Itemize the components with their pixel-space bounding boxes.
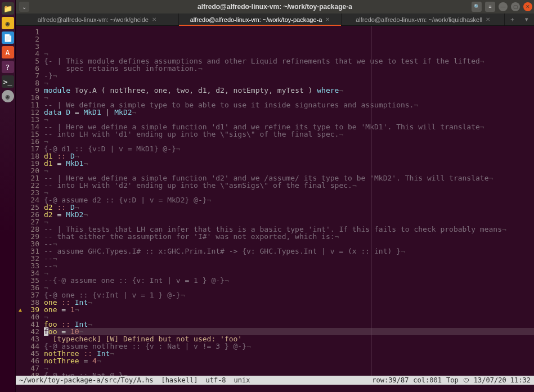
sign-cell [16,196,25,204]
sign-cell [16,277,25,284]
sign-cell [16,335,25,343]
tab-2[interactable]: alfredo@alfredo-linux-vm: ~/work/toy-pac… [179,13,342,25]
close-icon[interactable]: ✕ [325,16,330,22]
tab-1[interactable]: alfredo@alfredo-linux-vm: ~/work/ghcide … [16,13,179,25]
code-line[interactable]: spec retains such information.¬ [44,65,534,72]
code-line[interactable]: {-@ d1 :: {v:D | v = MkD1} @-}¬ [44,145,534,152]
sign-cell [16,299,25,306]
code-line[interactable]: -- into LH with 'd1' ending up into the … [44,130,534,138]
sign-cell [16,43,25,50]
sign-cell [16,262,25,269]
sign-cell [16,79,25,87]
code-line[interactable]: one :: Int¬ [44,299,534,306]
sign-cell [16,328,25,335]
close-icon[interactable]: ✕ [152,16,156,22]
new-tab-button[interactable]: ＋ [505,13,519,25]
code-area[interactable]: ¬{- | This module defines assumptions an… [42,26,534,376]
launcher-icon-help[interactable]: ? [2,61,14,73]
sign-cell [16,50,25,57]
sign-cell [16,284,25,291]
sign-cell [16,240,25,247]
sign-cell [16,28,25,35]
vertical-split-line [371,26,371,376]
launcher-icon-terminal[interactable]: >_ [2,75,14,88]
sign-cell [16,123,25,130]
code-line[interactable]: -- assume GHC.Types.I# :: x:GHC.Prim.Int… [44,247,534,255]
sign-cell [16,109,25,116]
sign-cell [16,255,25,262]
status-column: col:001 [413,376,442,384]
launcher-icon-docs[interactable]: 📄 [2,31,14,44]
code-line[interactable]: --¬ [44,262,534,269]
terminal-tabs: alfredo@alfredo-linux-vm: ~/work/ghcide … [16,13,534,26]
code-line[interactable]: foo :: Int¬ [44,321,534,328]
sign-cell [16,350,25,357]
maximize-button[interactable]: ▢ [511,2,520,11]
sign-cell [16,364,25,372]
launcher-icon-music[interactable]: ◉ [2,17,14,29]
code-line[interactable]: {-@ assume d2 :: {v:D | v = MkD2} @-}¬ [44,196,534,204]
sign-cell [16,87,25,94]
status-encoding: utf-8 [205,376,226,384]
command-line[interactable] [16,385,534,392]
code-line[interactable]: -- into LH with 'd2' ending up into the … [44,182,534,189]
editor[interactable]: ▲ 12345678910111213141516171819202122232… [16,26,534,376]
sign-cell [16,152,25,160]
code-line[interactable]: -- that either the assumption for 'I#' w… [44,233,534,240]
sign-cell [16,138,25,145]
code-line[interactable]: module Toy.A ( notThree, one, two, d1, d… [44,87,534,94]
sign-cell [16,189,25,196]
tab-3[interactable]: alfredo@alfredo-linux-vm: ~/work/liquidh… [342,13,505,25]
code-line[interactable]: --{-@ assume one :: {v: Int | v = 1 } @-… [44,277,534,284]
tab-label: alfredo@alfredo-linux-vm: ~/work/ghcide [38,16,149,23]
titlebar-menu-button[interactable]: ≡ [485,2,495,12]
close-icon[interactable]: ✕ [486,16,490,22]
tabs-menu-button[interactable]: ▾ [519,13,534,25]
sign-cell [16,233,25,240]
sign-cell [16,182,25,189]
code-line[interactable]: {-@ two :: Nat @-}¬ [44,372,534,376]
code-line[interactable]: {-@ one :: {v:Int | v = 1 } @-}¬ [44,291,534,299]
sign-cell [16,57,25,65]
code-line[interactable]: notThree = 4¬ [44,357,534,364]
code-line[interactable]: ¬ [44,313,534,321]
sign-cell [16,130,25,138]
line-numbers: 1234567891011121314151617181920212223242… [25,26,42,376]
status-scroll: Top [446,376,459,384]
code-line[interactable]: {-@ assume notThree :: {v : Nat | v != 3… [44,343,534,350]
sign-cell [16,247,25,255]
tab-label: alfredo@alfredo-linux-vm: ~/work/toy-pac… [190,16,322,23]
window-title: alfredo@alfredo-linux-vm: ~/work/toy-pac… [16,3,534,11]
code-line[interactable]: -}¬ [44,72,534,79]
code-line[interactable]: d1 :: D¬ [44,152,534,160]
launcher-icon-store[interactable]: A [2,46,14,58]
sign-cell [16,94,25,101]
app-icon[interactable]: ⌄ [19,2,29,12]
code-line[interactable]: one = 1¬ [44,306,534,313]
statusline: ~/work/toy-package-a/src/Toy/A.hs [haske… [16,376,534,385]
minimize-button[interactable]: — [499,2,508,11]
sign-cell [16,372,25,376]
sign-cell [16,218,25,226]
code-line[interactable]: --¬ [44,255,534,262]
code-line[interactable]: d2 :: D¬ [44,204,534,211]
line-number: 48 [25,372,39,376]
sign-cell [16,174,25,182]
launcher-icon-files[interactable]: 📁 [2,2,14,15]
code-line[interactable]: notThree :: Int¬ [44,350,534,357]
sign-column: ▲ [16,26,25,376]
launcher-icon-disc[interactable]: ◉ [2,90,14,102]
code-line[interactable]: d2 = MkD2¬ [44,211,534,218]
code-line[interactable]: d1 = MkD1¬ [44,160,534,167]
status-path: ~/work/toy-package-a/src/Toy/A.hs [19,376,153,384]
code-line[interactable]: data D = MkD1 | MkD2¬ [44,109,534,116]
sign-cell [16,204,25,211]
status-fileformat: unix [234,376,250,384]
sign-cell [16,145,25,152]
sign-cell [16,226,25,233]
launcher: 📁 ◉ 📄 A ? >_ ◉ [0,0,16,392]
titlebar-search-button[interactable]: 🔍 [472,2,482,12]
close-button[interactable]: ✕ [523,2,532,11]
sign-cell [16,160,25,167]
sign-cell [16,101,25,109]
